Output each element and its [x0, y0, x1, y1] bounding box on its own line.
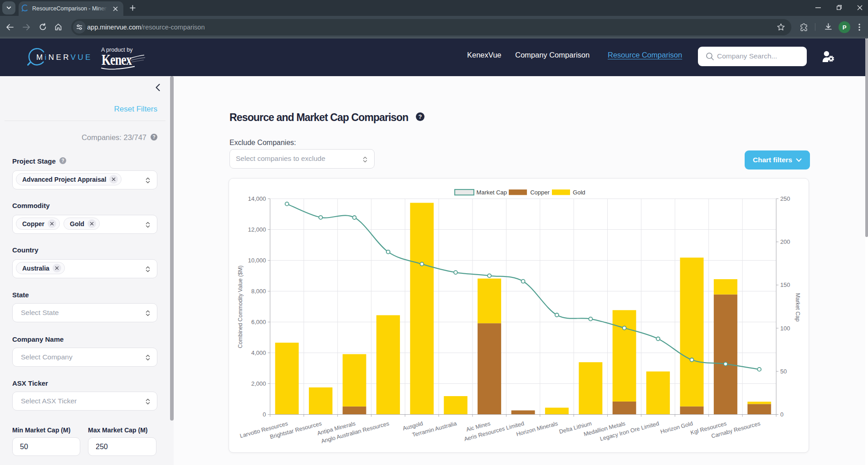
svg-text:Legacy Iron Ore Limited: Legacy Iron Ore Limited — [599, 420, 659, 442]
svg-text:4,000: 4,000 — [251, 349, 266, 356]
svg-text:150: 150 — [780, 281, 790, 288]
svg-text:?: ? — [419, 113, 422, 120]
svg-text:100: 100 — [780, 325, 790, 332]
svg-text:10,000: 10,000 — [248, 257, 266, 264]
svg-text:6,000: 6,000 — [251, 319, 266, 325]
svg-text:Kenex: Kenex — [102, 52, 132, 68]
svg-text:?: ? — [61, 158, 64, 163]
svg-text:250: 250 — [780, 195, 790, 202]
svg-text:0: 0 — [263, 411, 266, 418]
svg-text:12,000: 12,000 — [248, 226, 266, 233]
svg-text:?: ? — [152, 135, 155, 140]
svg-text:Market Cap: Market Cap — [477, 189, 507, 196]
svg-text:50: 50 — [780, 368, 787, 375]
svg-text:200: 200 — [780, 238, 790, 245]
svg-text:8,000: 8,000 — [251, 288, 266, 295]
svg-text:2,000: 2,000 — [251, 380, 266, 387]
svg-text:Gold: Gold — [573, 189, 585, 196]
svg-text:Market Cap: Market Cap — [795, 293, 801, 322]
svg-text:Copper: Copper — [530, 189, 550, 196]
svg-text:Horizon Gold: Horizon Gold — [660, 420, 694, 435]
svg-text:14,000: 14,000 — [248, 195, 266, 202]
svg-text:0: 0 — [780, 411, 784, 418]
svg-text:Combined Commodity Value ($M): Combined Commodity Value ($M) — [237, 266, 244, 349]
